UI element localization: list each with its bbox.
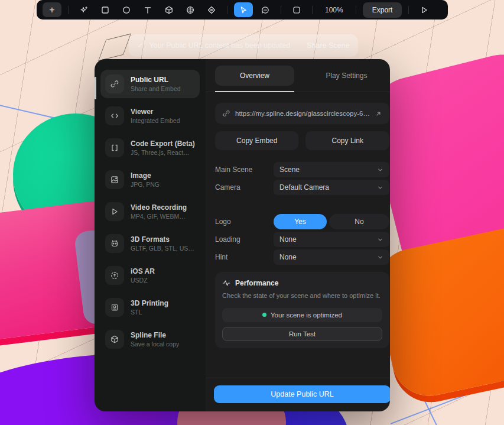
share-scene-link[interactable]: Share Scene xyxy=(307,41,349,50)
printer-icon xyxy=(105,298,124,317)
loading-row: Loading None xyxy=(215,232,389,247)
run-test-button[interactable]: Run Test xyxy=(222,327,382,341)
toolbar-divider xyxy=(312,6,313,14)
item-title: Public URL xyxy=(131,76,181,84)
comment-tool-icon[interactable] xyxy=(256,2,274,17)
select-tool-icon[interactable] xyxy=(234,2,253,17)
hint-label: Hint xyxy=(215,253,274,261)
camera-row: Camera Default Camera xyxy=(215,180,389,195)
sidebar-item-video[interactable]: Video Recording MP4, GIF, WEBM… xyxy=(100,197,200,226)
panel-tabbar: Overview Play Settings xyxy=(206,59,390,92)
main-scene-row: Main Scene Scene xyxy=(215,162,389,177)
toast-message: Your Public URL content has been updated xyxy=(149,41,290,50)
link-icon xyxy=(222,109,230,118)
modal-scrollbar[interactable] xyxy=(95,77,96,99)
logo-yes-button[interactable]: Yes xyxy=(274,214,327,229)
chevron-down-icon xyxy=(377,236,383,243)
chevron-down-icon xyxy=(377,167,383,173)
camera-value: Default Camera xyxy=(279,183,377,192)
video-icon xyxy=(105,202,124,221)
cube-tool-icon[interactable] xyxy=(160,2,178,17)
item-subtitle: USDZ xyxy=(131,277,155,284)
main-scene-value: Scene xyxy=(279,166,377,174)
play-button[interactable] xyxy=(415,2,433,17)
hint-value: None xyxy=(279,253,377,261)
sidebar-item-3d-printing[interactable]: 3D Printing STL xyxy=(100,293,200,322)
public-url-panel: Overview Play Settings https://my.spline… xyxy=(206,59,390,411)
loading-select[interactable]: None xyxy=(274,232,389,247)
chevron-down-icon xyxy=(377,184,383,191)
item-title: iOS AR xyxy=(131,267,155,275)
sidebar-item-3d-formats[interactable]: 3D Formats GLTF, GLB, STL, USDZ xyxy=(100,229,200,258)
camera-label: Camera xyxy=(215,183,274,192)
hint-row: Hint None xyxy=(215,249,389,265)
item-title: Image xyxy=(131,171,160,180)
loading-label: Loading xyxy=(215,235,274,244)
item-subtitle: JPG, PNG xyxy=(131,181,160,188)
main-scene-select[interactable]: Scene xyxy=(274,162,389,177)
sidebar-item-public-url[interactable]: Public URL Share and Embed xyxy=(100,70,200,98)
top-toolbar: + xyxy=(37,0,448,20)
performance-description: Check the state of your scene and where … xyxy=(222,291,382,301)
cube-icon xyxy=(105,330,124,349)
formats-icon xyxy=(105,234,124,253)
public-url-field[interactable]: https://my.spline.design/glasscirclescop… xyxy=(215,103,389,124)
toolbar-divider xyxy=(68,6,69,14)
main-scene-label: Main Scene xyxy=(215,166,274,174)
link-icon xyxy=(105,74,124,93)
item-title: Spline File xyxy=(131,331,179,339)
item-title: Viewer xyxy=(131,108,180,116)
item-subtitle: MP4, GIF, WEBM… xyxy=(131,213,187,220)
item-subtitle: Save a local copy xyxy=(131,340,179,348)
add-object-button[interactable]: + xyxy=(43,2,61,17)
performance-status: Your scene is optimized xyxy=(222,308,382,322)
toolbar-divider xyxy=(227,6,227,14)
item-subtitle: GLTF, GLB, STL, USDZ xyxy=(131,245,195,252)
panel-content: https://my.spline.design/glasscirclescop… xyxy=(206,92,390,378)
logo-row: Logo Yes No xyxy=(215,214,389,229)
item-subtitle: STL xyxy=(131,309,168,316)
sidebar-item-spline-file[interactable]: Spline File Save a local copy xyxy=(100,325,200,353)
loading-value: None xyxy=(279,235,377,244)
item-title: 3D Printing xyxy=(131,299,168,307)
open-link-icon[interactable] xyxy=(375,110,382,118)
toolbar-divider xyxy=(281,6,281,14)
export-button[interactable]: Export xyxy=(363,2,402,18)
camera-select[interactable]: Default Camera xyxy=(274,180,389,195)
copy-link-button[interactable]: Copy Link xyxy=(305,131,389,150)
zoom-level[interactable]: 100% xyxy=(319,6,349,14)
spline-editor: ✓ Your Public URL content has been updat… xyxy=(0,0,504,425)
update-public-url-button[interactable]: Update Public URL xyxy=(214,385,390,403)
ai-generate-icon[interactable] xyxy=(75,2,93,17)
copy-embed-button[interactable]: Copy Embed xyxy=(215,131,298,150)
hint-select[interactable]: None xyxy=(274,249,389,265)
item-subtitle: JS, Three.js, React… xyxy=(131,149,195,156)
export-modal: Public URL Share and Embed Viewer Integr… xyxy=(95,59,390,411)
rectangle-tool-icon[interactable] xyxy=(96,2,114,17)
logo-no-button[interactable]: No xyxy=(329,214,389,229)
tab-overview[interactable]: Overview xyxy=(215,66,294,86)
tab-play-settings[interactable]: Play Settings xyxy=(294,72,390,80)
sidebar-item-viewer[interactable]: Viewer Integrated Embed xyxy=(100,102,200,130)
image-icon xyxy=(105,170,124,189)
text-tool-icon[interactable] xyxy=(139,2,157,17)
sidebar-item-image[interactable]: Image JPG, PNG xyxy=(100,166,200,194)
public-url-value: https://my.spline.design/glasscirclescop… xyxy=(235,110,370,117)
logo-label: Logo xyxy=(215,218,274,226)
sphere-tool-icon[interactable] xyxy=(181,2,199,17)
toolbar-divider xyxy=(356,6,356,14)
sidebar-item-ios-ar[interactable]: iOS AR USDZ xyxy=(100,261,200,290)
active-tab-underline xyxy=(215,91,294,92)
pen-tool-icon[interactable] xyxy=(203,2,220,17)
item-title: Code Export (Beta) xyxy=(131,139,195,148)
toolbar-divider xyxy=(408,6,409,14)
copy-actions: Copy Embed Copy Link xyxy=(215,131,389,150)
brackets-icon xyxy=(105,138,124,157)
ellipse-tool-icon[interactable] xyxy=(118,2,135,17)
performance-card: Performance Check the state of your scen… xyxy=(215,272,389,348)
panel-footer: Update Public URL xyxy=(206,378,390,411)
logo-toggle: Yes No xyxy=(274,214,389,229)
toast-notification: ✓ Your Public URL content has been updat… xyxy=(129,34,358,57)
frame-tool-icon[interactable] xyxy=(288,2,305,17)
sidebar-item-code-export[interactable]: Code Export (Beta) JS, Three.js, React… xyxy=(100,134,200,162)
